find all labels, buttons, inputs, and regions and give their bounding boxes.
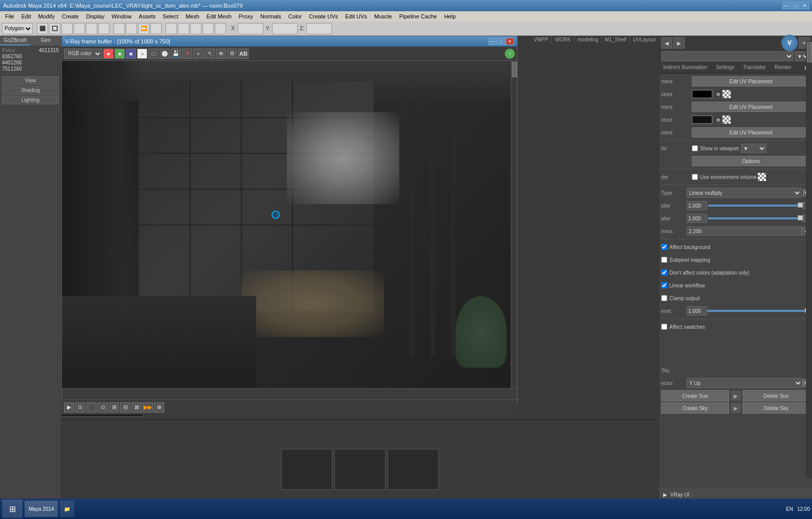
rp-tab-indirect[interactable]: Indirect Illumination	[659, 62, 712, 73]
menu-file[interactable]: File	[2, 12, 17, 20]
vfb-bottom-btn-8[interactable]: ▶▶	[143, 402, 153, 413]
view-tab-lighting[interactable]: Lighting	[2, 96, 59, 104]
vfb-tool-dot[interactable]: ⬤	[160, 49, 170, 59]
clamp-val-slider[interactable]	[707, 310, 810, 312]
vfb-maximize[interactable]: □	[497, 38, 505, 45]
sky-icon[interactable]: ▶	[731, 403, 740, 413]
y-input[interactable]	[272, 23, 298, 34]
panel-main-dropdown[interactable]	[661, 51, 794, 61]
menu-mesh[interactable]: Mesh	[183, 12, 202, 20]
panel-scrollbar[interactable]	[806, 41, 812, 478]
clamp-check[interactable]	[661, 295, 667, 301]
menu-normals[interactable]: Normals	[257, 12, 284, 20]
vfb-minimize[interactable]: —	[488, 38, 497, 45]
menu-create[interactable]: Create	[59, 12, 82, 20]
x-input[interactable]	[238, 23, 263, 34]
toolbar-btn-15[interactable]: ≋	[215, 23, 226, 34]
dont-affect-check[interactable]	[661, 269, 667, 276]
toolbar-btn-9[interactable]: ⏩	[138, 23, 149, 34]
vfb-tool-square-green[interactable]: ■	[115, 49, 125, 59]
vfb-tool-cursor[interactable]: ↖	[205, 49, 215, 59]
toolbar-btn-4[interactable]: ⟲	[74, 23, 85, 34]
gamma-input[interactable]	[687, 227, 802, 236]
rph-prev-btn[interactable]: ◀	[661, 37, 672, 49]
vfb-bottom-btn-5[interactable]: ⊞	[109, 402, 119, 413]
affect-bg-check[interactable]	[661, 244, 667, 250]
use-env-check[interactable]	[692, 174, 698, 180]
vfb-bottom-btn-3[interactable]: 🎥	[86, 402, 97, 413]
vfb-tool-ab[interactable]: AB	[238, 49, 249, 59]
rp-tab-settings[interactable]: Settings	[712, 62, 739, 73]
vfb-bottom-btn-6[interactable]: ⊟	[120, 402, 130, 413]
edit-uv-btn-2[interactable]: Edit UV Placement	[692, 102, 810, 112]
vfb-bottom-btn-2[interactable]: ①	[75, 402, 85, 413]
menu-color[interactable]: Color	[285, 12, 305, 20]
toolbar-btn-7[interactable]: ✦	[114, 23, 125, 34]
menu-create-uvs[interactable]: Create UVs	[306, 12, 341, 20]
multiplier2-thumb[interactable]	[798, 215, 803, 220]
texture-swatch-2[interactable]	[692, 116, 712, 124]
subpixel-check[interactable]	[661, 257, 667, 263]
taskbar-maya[interactable]: Maya 2014	[25, 501, 58, 517]
multiplier2-input[interactable]	[687, 214, 707, 223]
vfb-tool-square[interactable]: □	[148, 49, 159, 59]
menu-edit[interactable]: Edit	[18, 12, 34, 20]
vfb-canvas[interactable]	[62, 61, 517, 388]
sidebar-tab-gozbrush[interactable]: GoZBrush	[0, 36, 31, 46]
use-env-checker[interactable]	[758, 173, 766, 181]
menu-select[interactable]: Select	[160, 12, 182, 20]
toolbar-btn-14[interactable]: ⬡	[202, 23, 214, 34]
vfb-bottom-btn-1[interactable]: ▶	[64, 402, 74, 413]
vfb-tool-circle[interactable]: ●	[103, 49, 114, 59]
clamp-val-input[interactable]	[687, 306, 707, 315]
options-btn[interactable]: Options	[692, 156, 810, 166]
vfb-close[interactable]: ✕	[506, 38, 514, 45]
menu-muscle[interactable]: Muscle	[371, 12, 395, 20]
maximize-button[interactable]: □	[792, 2, 800, 9]
toolbar-btn-2[interactable]: 🔲	[49, 23, 60, 34]
vfb-bottom-btn-9[interactable]: ⊕	[154, 402, 164, 413]
edit-uv-btn-1[interactable]: Edit UV Placement	[692, 76, 810, 86]
menu-window[interactable]: Window	[108, 12, 134, 20]
toolbar-btn-11[interactable]: ✦	[166, 23, 177, 34]
viewport-for-select[interactable]: ▼	[741, 144, 766, 153]
toolbar-btn-5[interactable]: ↔	[86, 23, 97, 34]
toolbar-btn-3[interactable]: ↕	[61, 23, 73, 34]
rph-next-btn[interactable]: ▶	[673, 37, 685, 49]
multiplier1-input[interactable]	[687, 201, 707, 210]
vfb-tool-x[interactable]: ✕	[182, 49, 192, 59]
start-button[interactable]: ⊞	[2, 500, 22, 518]
vfb-tool-save[interactable]: 💾	[171, 49, 181, 59]
menu-assets[interactable]: Assets	[136, 12, 159, 20]
ws-tab-work[interactable]: WORK	[552, 36, 574, 43]
multiplier2-slider[interactable]	[708, 217, 803, 219]
polygon-mode-select[interactable]: Polygons	[2, 23, 33, 34]
menu-edit-mesh[interactable]: Edit Mesh	[204, 12, 235, 20]
vfb-tool-eye[interactable]: 👁	[216, 49, 226, 59]
vfb-tool-circle-white[interactable]: ○	[137, 49, 147, 59]
toolbar-btn-13[interactable]: ⊞	[190, 23, 201, 34]
view-tab-view[interactable]: View	[2, 76, 59, 85]
texture-icon-2[interactable]: ⊕	[714, 116, 721, 123]
toolbar-btn-10[interactable]: ⟳	[150, 23, 162, 34]
delete-sun-btn[interactable]: Delete Sun	[742, 390, 810, 401]
toolbar-btn-8[interactable]: ▶	[126, 23, 137, 34]
vfb-controls[interactable]: — □ ✕	[488, 38, 514, 45]
vfb-tool-plus[interactable]: +	[193, 49, 204, 59]
rp-tab-translator[interactable]: Translator	[739, 62, 771, 73]
create-sun-btn[interactable]: Create Sun	[661, 390, 729, 401]
affect-swatches-check[interactable]	[661, 324, 667, 330]
vfb-tool-gear[interactable]: ⚙	[227, 49, 237, 59]
toolbar-btn-12[interactable]: ◉	[178, 23, 189, 34]
menu-modify[interactable]: Modify	[35, 12, 58, 20]
sidebar-tab-gen[interactable]: Gen	[31, 36, 61, 46]
delete-sky-btn[interactable]: Delete Sky	[742, 402, 810, 414]
toolbar-btn-1[interactable]: ⬛	[37, 23, 48, 34]
vfb-bottom-btn-7[interactable]: ⊠	[131, 402, 142, 413]
show-viewport-check[interactable]	[692, 145, 698, 151]
vfb-tool-square-blue[interactable]: ■	[126, 49, 136, 59]
texture-checker-1[interactable]	[723, 90, 731, 98]
window-controls[interactable]: — □ ✕	[782, 2, 809, 9]
ws-tab-m1shelf[interactable]: M1_Shelf	[602, 36, 630, 43]
multiplier1-slider[interactable]	[708, 205, 803, 207]
